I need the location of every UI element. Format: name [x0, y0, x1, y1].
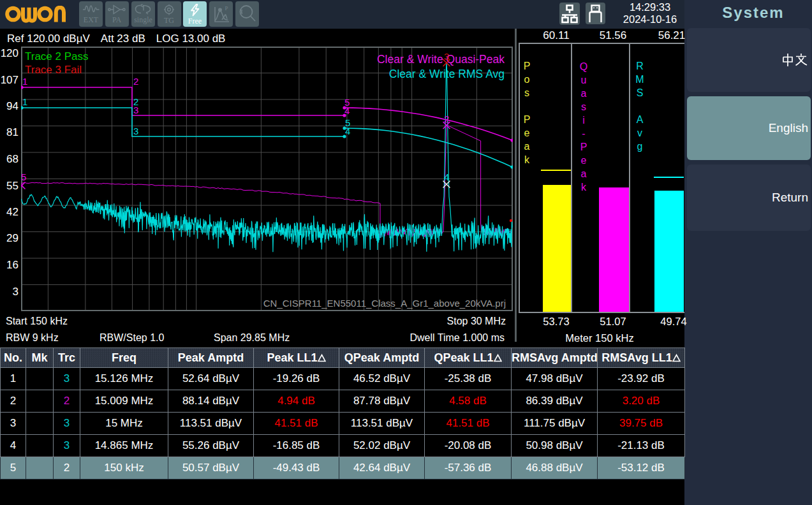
svg-text:3: 3 [133, 126, 138, 136]
svg-text:3: 3 [444, 51, 449, 62]
svg-text:5: 5 [21, 172, 26, 182]
svg-text:2: 2 [444, 113, 449, 124]
svg-text:2: 2 [133, 96, 138, 107]
svg-text:Clear & Write Quasi-Peak: Clear & Write Quasi-Peak [377, 53, 505, 66]
svg-text:4: 4 [345, 126, 350, 136]
svg-text:CN_CISPR11_EN55011_Class_A_Gr1: CN_CISPR11_EN55011_Class_A_Gr1_above_20k… [263, 298, 506, 309]
svg-text:2: 2 [133, 76, 138, 87]
svg-text:1: 1 [22, 96, 27, 107]
svg-text:Trace 3 Fail: Trace 3 Fail [25, 64, 82, 76]
svg-text:1: 1 [22, 76, 27, 87]
svg-text:P: P [225, 5, 228, 11]
svg-text:Trace 2 Pass: Trace 2 Pass [25, 50, 89, 62]
svg-text:4: 4 [344, 105, 350, 116]
svg-text:4: 4 [444, 172, 449, 182]
